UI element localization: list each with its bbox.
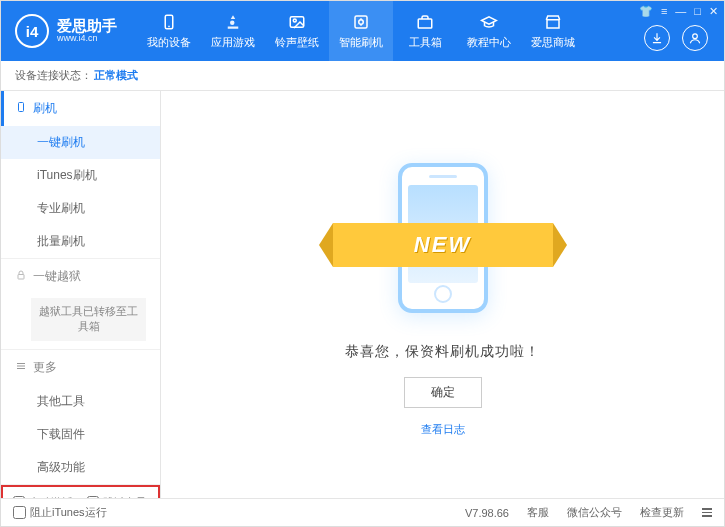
footer-link-wechat[interactable]: 微信公众号 (567, 505, 622, 520)
view-log-link[interactable]: 查看日志 (421, 422, 465, 437)
more-icon (15, 360, 27, 375)
ribbon-text: NEW (414, 232, 471, 258)
image-icon (287, 12, 307, 32)
sidebar-group-jailbreak[interactable]: 一键越狱 (1, 259, 160, 294)
window-controls: 👕 ≡ — □ ✕ (639, 5, 718, 18)
sidebar-group-flash[interactable]: 刷机 (1, 91, 160, 126)
nav-tutorials[interactable]: 教程中心 (457, 1, 521, 61)
nav-label: 铃声壁纸 (275, 35, 319, 50)
maximize-icon[interactable]: □ (694, 5, 701, 18)
download-button[interactable] (644, 25, 670, 51)
user-button[interactable] (682, 25, 708, 51)
sidebar: 刷机 一键刷机 iTunes刷机 专业刷机 批量刷机 一键越狱 越狱工具已转移至… (1, 91, 161, 498)
sidebar-item-batch-flash[interactable]: 批量刷机 (1, 225, 160, 258)
phone-icon (159, 12, 179, 32)
sidebar-item-pro-flash[interactable]: 专业刷机 (1, 192, 160, 225)
nav-label: 工具箱 (409, 35, 442, 50)
nav-ringtone-wallpaper[interactable]: 铃声壁纸 (265, 1, 329, 61)
nav-toolbox[interactable]: 工具箱 (393, 1, 457, 61)
close-icon[interactable]: ✕ (709, 5, 718, 18)
nav-label: 智能刷机 (339, 35, 383, 50)
version-label: V7.98.66 (465, 507, 509, 519)
sidebar-group-label: 一键越狱 (33, 268, 81, 285)
sidebar-jailbreak-note: 越狱工具已转移至工具箱 (31, 298, 146, 341)
nav-label: 教程中心 (467, 35, 511, 50)
skin-icon[interactable]: 👕 (639, 5, 653, 18)
menu-icon[interactable]: ≡ (661, 5, 667, 18)
nav-smart-flash[interactable]: 智能刷机 (329, 1, 393, 61)
main-content: NEW 恭喜您，保资料刷机成功啦！ 确定 查看日志 (161, 91, 724, 498)
logo-area: i4 爱思助手 www.i4.cn (1, 14, 131, 48)
lock-icon (15, 269, 27, 284)
svg-rect-5 (418, 19, 432, 28)
checkbox-block-itunes[interactable]: 阻止iTunes运行 (13, 505, 107, 520)
store-icon (543, 12, 563, 32)
logo-badge: i4 (15, 14, 49, 48)
top-nav: 我的设备 应用游戏 铃声壁纸 智能刷机 工具箱 教程中心 (137, 1, 585, 61)
nav-my-device[interactable]: 我的设备 (137, 1, 201, 61)
status-mode: 正常模式 (94, 68, 138, 83)
apps-icon (223, 12, 243, 32)
nav-label: 应用游戏 (211, 35, 255, 50)
svg-rect-4 (355, 16, 367, 28)
status-label: 设备连接状态： (15, 68, 92, 83)
phone-icon (15, 101, 27, 116)
sidebar-item-download-firmware[interactable]: 下载固件 (1, 418, 160, 451)
sidebar-item-other-tools[interactable]: 其他工具 (1, 385, 160, 418)
sidebar-group-more[interactable]: 更多 (1, 350, 160, 385)
nav-label: 爱思商城 (531, 35, 575, 50)
nav-label: 我的设备 (147, 35, 191, 50)
svg-point-7 (693, 34, 698, 39)
sidebar-group-label: 更多 (33, 359, 57, 376)
checkbox-label: 阻止iTunes运行 (30, 505, 107, 520)
sidebar-item-itunes-flash[interactable]: iTunes刷机 (1, 159, 160, 192)
svg-rect-9 (18, 275, 24, 280)
minimize-icon[interactable]: — (675, 5, 686, 18)
svg-rect-8 (19, 103, 24, 112)
status-bar: 设备连接状态： 正常模式 (1, 61, 724, 91)
app-header: i4 爱思助手 www.i4.cn 我的设备 应用游戏 铃声壁纸 智能刷机 (1, 1, 724, 61)
sidebar-group-label: 刷机 (33, 100, 57, 117)
options-box: 自动激活 跳过向导 (1, 485, 160, 498)
svg-rect-6 (547, 20, 559, 28)
refresh-icon (351, 12, 371, 32)
app-name: 爱思助手 (57, 18, 117, 35)
sidebar-item-oneclick-flash[interactable]: 一键刷机 (1, 126, 160, 159)
footer-link-update[interactable]: 检查更新 (640, 505, 684, 520)
success-illustration: NEW (343, 153, 543, 323)
success-message: 恭喜您，保资料刷机成功啦！ (345, 343, 540, 361)
svg-point-3 (293, 19, 296, 22)
nav-apps-games[interactable]: 应用游戏 (201, 1, 265, 61)
toolbox-icon (415, 12, 435, 32)
ok-button[interactable]: 确定 (404, 377, 482, 408)
nav-store[interactable]: 爱思商城 (521, 1, 585, 61)
graduation-icon (479, 12, 499, 32)
sidebar-item-advanced[interactable]: 高级功能 (1, 451, 160, 484)
footer-link-service[interactable]: 客服 (527, 505, 549, 520)
footer-menu-icon[interactable] (702, 508, 712, 517)
footer: 阻止iTunes运行 V7.98.66 客服 微信公众号 检查更新 (1, 498, 724, 526)
app-url: www.i4.cn (57, 34, 117, 44)
